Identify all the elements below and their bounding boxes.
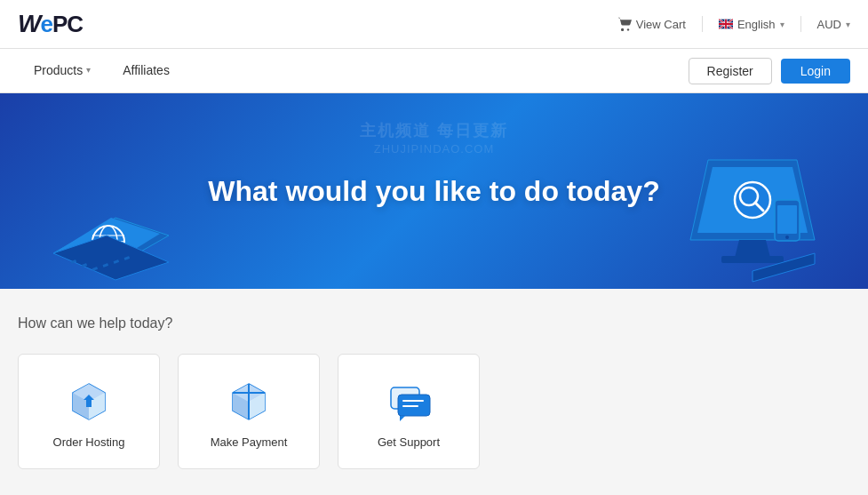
card-order-hosting[interactable]: Order Hosting (18, 354, 160, 469)
nav-left: Products ▾ Affiliates (18, 49, 186, 93)
svg-rect-25 (777, 205, 797, 234)
nav-products[interactable]: Products ▾ (18, 49, 107, 93)
currency-selector[interactable]: AUD ▾ (817, 18, 850, 31)
help-title: How can we help today? (18, 315, 850, 331)
top-right-actions: View Cart English ▾ AUD ▾ (617, 16, 850, 32)
currency-label: AUD (817, 18, 841, 31)
nav-products-label: Products (34, 63, 83, 77)
watermark-line2: ZHUJIPINDAO.COM (374, 142, 495, 156)
language-selector[interactable]: English ▾ (719, 17, 784, 31)
register-button[interactable]: Register (689, 58, 772, 84)
get-support-icon (386, 379, 432, 425)
svg-point-1 (627, 28, 629, 30)
logo-pc: PC (52, 11, 83, 38)
divider2 (800, 16, 801, 32)
divider (702, 16, 703, 32)
hero-deco-monitor (637, 147, 832, 289)
login-button[interactable]: Login (781, 59, 850, 84)
language-label: English (737, 18, 776, 31)
language-caret: ▾ (780, 20, 784, 29)
svg-rect-23 (721, 256, 784, 263)
view-cart-button[interactable]: View Cart (617, 17, 686, 31)
watermark-line1: 主机频道 每日更新 (360, 120, 508, 141)
bottom-section: How can we help today? Order Hosting (0, 289, 868, 487)
hero-banner: 主机频道 每日更新 ZHUJIPINDAO.COM (0, 93, 868, 289)
cart-icon (617, 17, 632, 31)
currency-caret: ▾ (846, 20, 850, 29)
order-hosting-label: Order Hosting (53, 435, 125, 449)
card-get-support[interactable]: Get Support (338, 354, 480, 469)
svg-point-26 (785, 236, 789, 239)
top-bar: WePC View Cart English ▾ (0, 0, 868, 49)
nav-affiliates[interactable]: Affiliates (107, 49, 186, 93)
nav-bar: Products ▾ Affiliates Register Login (0, 49, 868, 93)
svg-point-0 (621, 28, 623, 30)
make-payment-icon (226, 379, 272, 425)
cards-row: Order Hosting Make Payment (18, 354, 850, 469)
hero-heading: What would you like to do today? (208, 175, 659, 208)
logo[interactable]: WePC (18, 10, 83, 38)
card-make-payment[interactable]: Make Payment (178, 354, 320, 469)
svg-marker-22 (735, 240, 770, 258)
nav-right: Register Login (689, 58, 850, 84)
products-caret-icon: ▾ (86, 65, 91, 75)
view-cart-label: View Cart (636, 18, 686, 31)
nav-affiliates-label: Affiliates (123, 63, 170, 77)
hero-text: What would you like to do today? (208, 175, 659, 208)
logo-e: e (40, 11, 52, 38)
get-support-label: Get Support (378, 435, 440, 449)
make-payment-label: Make Payment (211, 435, 288, 449)
logo-w: W (18, 10, 40, 38)
order-hosting-icon (66, 379, 112, 425)
flag-uk-icon (719, 17, 733, 31)
svg-marker-43 (400, 416, 405, 421)
hero-deco-laptop (27, 147, 204, 289)
